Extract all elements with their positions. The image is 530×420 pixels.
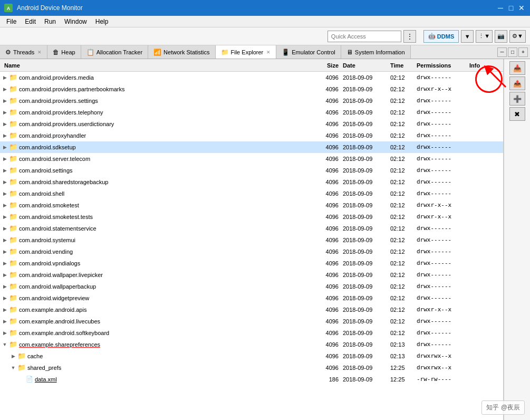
table-row[interactable]: ▶📁com.example.android.livecubes40962018-…: [0, 316, 503, 327]
table-row[interactable]: ▶📁com.android.statementservice40962018-0…: [0, 223, 503, 234]
folder-icon: 📁: [9, 178, 17, 186]
expand-button[interactable]: ▶: [2, 272, 7, 278]
file-date: 2018-09-09: [343, 121, 390, 127]
minimize-button[interactable]: ─: [496, 4, 505, 12]
expand-button[interactable]: ▶: [2, 203, 7, 208]
tab-minimize-btn[interactable]: ─: [497, 47, 507, 57]
menu-run[interactable]: Run: [40, 17, 60, 26]
file-name: com.android.providers.media: [19, 74, 94, 81]
table-row[interactable]: ▶📁com.android.vpndialogs40962018-09-0902…: [0, 257, 503, 269]
toolbar-btn-4[interactable]: ⚙▼: [509, 30, 526, 43]
quick-access-search-button[interactable]: ⋮: [403, 30, 416, 43]
expand-button[interactable]: [19, 377, 24, 382]
expand-button[interactable]: ▶: [2, 249, 7, 254]
delete-button[interactable]: ✖: [509, 107, 525, 121]
expand-button[interactable]: ▶: [2, 261, 7, 266]
table-row[interactable]: ▶📁com.android.providers.settings40962018…: [0, 95, 503, 107]
tab-threads[interactable]: ⚙ Threads ✕: [0, 45, 47, 59]
table-row[interactable]: ▶📁com.android.wallpaper.livepicker409620…: [0, 269, 503, 281]
table-row[interactable]: ▶📁com.example.android.softkeyboard409620…: [0, 327, 503, 339]
file-size: 4096: [311, 109, 343, 116]
expand-button[interactable]: ▶: [2, 156, 7, 161]
file-date: 2018-09-09: [343, 341, 390, 348]
expand-button[interactable]: ▶: [2, 87, 7, 92]
file-date: 2018-09-09: [343, 272, 390, 278]
expand-button[interactable]: ▶: [2, 330, 7, 336]
tab-add-btn[interactable]: +: [518, 47, 528, 57]
menu-help[interactable]: Help: [91, 17, 113, 26]
file-permissions: drwx------: [417, 318, 469, 324]
file-time: 02:12: [390, 225, 417, 232]
table-row[interactable]: ▼📁com.example.sharepreferences40962018-0…: [0, 339, 503, 350]
push-file-button[interactable]: 📤: [509, 77, 525, 90]
folder-icon: 📁: [9, 120, 17, 128]
new-folder-button[interactable]: ➕: [509, 92, 525, 106]
folder-icon: 📁: [9, 224, 17, 232]
expand-button[interactable]: ▶: [2, 98, 7, 103]
folder-icon: 📁: [9, 329, 17, 337]
table-row[interactable]: ▶📁com.android.shell40962018-09-0902:12dr…: [0, 188, 503, 199]
table-row[interactable]: ▶📁com.android.smoketest40962018-09-0902:…: [0, 199, 503, 211]
table-row[interactable]: ▶📁com.example.android.apis40962018-09-09…: [0, 304, 503, 316]
table-row[interactable]: ▶📁com.android.widgetpreview40962018-09-0…: [0, 292, 503, 304]
tab-maximize-btn[interactable]: □: [508, 47, 517, 57]
expand-button[interactable]: ▶: [2, 121, 7, 127]
table-row[interactable]: 📄data.xml1862018-09-0912:25-rw-rw----: [0, 374, 503, 385]
tab-emulator-control[interactable]: 📱 Emulator Control: [276, 45, 341, 59]
menu-edit[interactable]: Edit: [21, 17, 40, 26]
close-button[interactable]: ✕: [517, 4, 526, 12]
tab-file-explorer[interactable]: 📁 File Explorer ✕: [216, 45, 277, 59]
tab-heap[interactable]: 🗑 Heap: [47, 45, 81, 59]
menu-file[interactable]: File: [2, 17, 21, 26]
table-row[interactable]: ▶📁com.android.vending40962018-09-0902:12…: [0, 246, 503, 257]
expand-button[interactable]: ▶: [2, 214, 7, 219]
tab-network-statistics[interactable]: 📶 Network Statistics: [148, 45, 215, 59]
toolbar-btn-2[interactable]: ⋮▼: [476, 30, 493, 43]
menu-window[interactable]: Window: [60, 17, 91, 26]
ddms-button[interactable]: 🤖DDMS: [423, 30, 459, 43]
table-row[interactable]: ▶📁com.android.providers.userdictionary40…: [0, 118, 503, 130]
table-row[interactable]: ▶📁com.android.sdksetup40962018-09-0902:1…: [0, 141, 503, 153]
expand-button[interactable]: ▶: [2, 226, 7, 231]
expand-button[interactable]: ▶: [2, 319, 7, 324]
expand-button[interactable]: ▶: [2, 307, 7, 312]
col-header-permissions: Permissions: [417, 62, 469, 69]
table-row[interactable]: ▶📁com.android.server.telecom40962018-09-…: [0, 153, 503, 165]
expand-button[interactable]: ▶: [2, 191, 7, 196]
quick-access-input[interactable]: [327, 31, 401, 42]
table-row[interactable]: ▶📁com.android.settings40962018-09-0902:1…: [0, 165, 503, 176]
toolbar-btn-1[interactable]: ▼: [461, 30, 474, 43]
table-row[interactable]: ▶📁com.android.providers.media40962018-09…: [0, 72, 503, 83]
expand-button[interactable]: ▶: [2, 75, 7, 80]
expand-button[interactable]: ▶: [2, 168, 7, 173]
expand-button[interactable]: ▶: [2, 237, 7, 243]
file-size: 4096: [311, 295, 343, 301]
file-date: 2018-09-09: [343, 330, 390, 336]
maximize-button[interactable]: □: [507, 4, 515, 12]
expand-button[interactable]: ▶: [2, 284, 7, 289]
expand-button[interactable]: ▶: [2, 133, 7, 138]
pull-file-button[interactable]: 📥: [509, 61, 525, 75]
expand-button[interactable]: ▶: [2, 179, 7, 185]
expand-button[interactable]: ▶: [2, 295, 7, 301]
table-row[interactable]: ▶📁cache40962018-09-0902:13drwxrwx--x: [0, 350, 503, 362]
toolbar: ⋮ 🤖DDMS ▼ ⋮▼ 📷 ⚙▼: [0, 27, 530, 45]
table-row[interactable]: ▶📁com.android.systemui40962018-09-0902:1…: [0, 234, 503, 246]
table-row[interactable]: ▼📁shared_prefs40962018-09-0912:25drwxrwx…: [0, 362, 503, 374]
col-header-info: Info: [469, 62, 501, 69]
expand-button[interactable]: ▶: [2, 145, 7, 150]
table-row[interactable]: ▶📁com.android.sharedstoragebackup4096201…: [0, 176, 503, 188]
expand-button[interactable]: ▶: [2, 110, 7, 115]
table-row[interactable]: ▶📁com.android.providers.partnerbookmarks…: [0, 83, 503, 95]
table-row[interactable]: ▶📁com.android.smoketest.tests40962018-09…: [0, 211, 503, 223]
tab-allocation-tracker[interactable]: 📋 Allocation Tracker: [81, 45, 148, 59]
table-row[interactable]: ▶📁com.android.proxyhandler40962018-09-09…: [0, 130, 503, 141]
toolbar-btn-3[interactable]: 📷: [495, 30, 507, 43]
expand-button[interactable]: ▶: [11, 354, 16, 359]
tab-system-information[interactable]: 🖥 System Information: [341, 45, 411, 59]
expand-button[interactable]: ▼: [2, 342, 7, 347]
expand-button[interactable]: ▼: [11, 365, 16, 370]
table-row[interactable]: ▶📁com.android.wallpaperbackup40962018-09…: [0, 281, 503, 292]
table-row[interactable]: ▶📁com.android.providers.telephony4096201…: [0, 107, 503, 118]
file-list[interactable]: ▶📁com.android.providers.media40962018-09…: [0, 72, 503, 420]
